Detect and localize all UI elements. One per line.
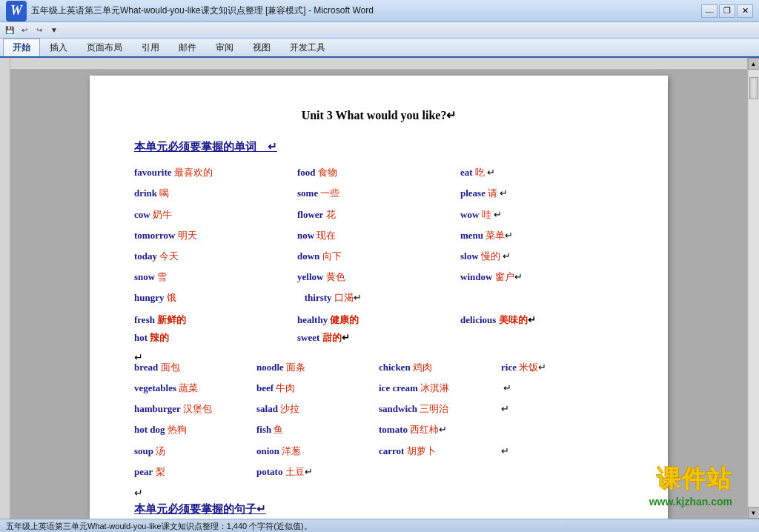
vocab-item: noodle 面条 <box>256 358 379 377</box>
en-word: soup <box>134 445 153 456</box>
en-word: fish <box>256 424 271 435</box>
save-quick-btn[interactable]: 💾 <box>3 24 16 37</box>
more-quick-btn[interactable]: ▼ <box>47 24 61 37</box>
vocab-item: flower 花 <box>297 205 460 225</box>
en-word: healthy <box>297 314 328 325</box>
tab-insert[interactable]: 插入 <box>40 39 77 56</box>
undo-quick-btn[interactable]: ↩ <box>18 24 31 37</box>
zh-word: 慢的 <box>481 250 500 262</box>
vocab-item: tomato 西红柿↵ <box>379 420 501 439</box>
tab-pagelayout[interactable]: 页面布局 <box>77 39 132 56</box>
vocab-item: fish 鱼 <box>256 420 379 439</box>
paragraph-break-2: ↵ <box>134 485 623 493</box>
zh-word: 窗户 <box>495 271 514 282</box>
zh-word: 三明治 <box>420 403 448 414</box>
zh-word: 胡萝卜 <box>407 445 436 456</box>
en-word: down <box>297 250 319 262</box>
en-word: ice cream <box>379 382 418 393</box>
vertical-scrollbar[interactable]: ▲ ▼ <box>747 58 759 519</box>
vocab-item: ice cream 冰淇淋 <box>379 379 501 398</box>
vocab-item: snow 雪 <box>134 267 297 287</box>
zh-word: 甜的 <box>322 332 342 343</box>
en-word: hot dog <box>134 424 165 435</box>
tab-start[interactable]: 开始 <box>3 39 40 56</box>
en-word: hamburger <box>134 403 181 414</box>
title-bar: W 五年级上英语第三单元What-would-you-like课文知识点整理 [… <box>0 0 759 22</box>
zh-word: 花 <box>326 209 336 220</box>
main-area: Unit 3 What would you like?↵ 本单元必须要掌握的单词… <box>0 58 759 519</box>
doc-title: Unit 3 What would you like?↵ <box>134 105 623 125</box>
en-word: flower <box>297 209 323 220</box>
en-word: drink <box>134 187 157 199</box>
tab-mailings[interactable]: 邮件 <box>169 39 206 56</box>
window-controls: — ❐ ✕ <box>701 4 753 18</box>
zh-word: 向下 <box>322 250 342 262</box>
app-logo: W <box>6 1 27 21</box>
vocab-item: thirsty 口渴↵ <box>297 288 460 307</box>
vocab-item: wow 哇 ↵ <box>460 205 623 225</box>
en-word: today <box>134 250 157 262</box>
title-bar-left: W 五年级上英语第三单元What-would-you-like课文知识点整理 [… <box>6 1 374 21</box>
zh-word: 鸡肉 <box>413 362 432 373</box>
en-word: hot <box>134 332 148 343</box>
redo-quick-btn[interactable]: ↪ <box>33 24 46 37</box>
en-word: noodle <box>256 362 284 373</box>
sentences-heading-text: 本单元必须要掌握的句子 <box>134 502 256 515</box>
tab-view[interactable]: 视图 <box>243 39 280 56</box>
left-ruler <box>0 58 10 519</box>
zh-word: 哇 <box>482 209 491 220</box>
food-grid-4col: bread 面包 noodle 面条 chicken 鸡肉 rice 米饭↵ v… <box>134 358 623 482</box>
zh-word: 黄色 <box>326 271 345 282</box>
vocab-grid: favourite 最喜欢的 food 食物 eat 吃 ↵ drink 喝 s… <box>134 163 623 307</box>
zh-word: 明天 <box>178 230 197 241</box>
en-word: salad <box>256 403 278 414</box>
restore-button[interactable]: ❐ <box>719 4 735 18</box>
en-word: favourite <box>134 167 172 178</box>
tab-references[interactable]: 引用 <box>132 39 169 56</box>
tab-developer[interactable]: 开发工具 <box>280 39 335 56</box>
minimize-button[interactable]: — <box>701 4 717 18</box>
zh-word: 西红柿 <box>410 424 439 435</box>
zh-word: 鱼 <box>274 424 283 435</box>
vocab-item: down 向下 <box>297 247 460 266</box>
zh-word: 奶牛 <box>153 209 172 220</box>
quick-access-toolbar: 💾 ↩ ↪ ▼ <box>0 22 759 39</box>
scroll-up-button[interactable]: ▲ <box>748 58 760 70</box>
vocab-item: beef 牛肉 <box>256 379 379 398</box>
zh-word: 土豆 <box>285 466 305 477</box>
vocab-item: salad 沙拉 <box>256 399 379 419</box>
bold-vocab-item: hot 辣的 <box>134 330 297 346</box>
close-button[interactable]: ✕ <box>737 4 753 18</box>
zh-word: 新鲜的 <box>157 314 186 325</box>
scroll-track[interactable] <box>749 70 759 507</box>
scroll-down-button[interactable]: ▼ <box>748 507 760 519</box>
tab-review[interactable]: 审阅 <box>206 39 243 56</box>
vocab-item: tomorrow 明天 <box>134 226 297 245</box>
vocab-item: vegetables 蔬菜 <box>134 379 256 398</box>
en-word: chicken <box>379 362 411 373</box>
scroll-thumb[interactable] <box>749 77 758 99</box>
en-word: onion <box>256 445 279 456</box>
vocab-item: cow 奶牛 <box>134 205 297 225</box>
window-title: 五年级上英语第三单元What-would-you-like课文知识点整理 [兼容… <box>31 4 374 17</box>
zh-word: 请 <box>488 187 497 199</box>
ribbon-tabs: 开始 插入 页面布局 引用 邮件 审阅 视图 开发工具 <box>0 39 759 56</box>
en-word: vegetables <box>134 382 176 393</box>
vocab-item: chicken 鸡肉 <box>379 358 501 377</box>
vocab-item: please 请 ↵ <box>460 184 623 203</box>
zh-word: 洋葱 <box>282 445 301 456</box>
document-page: Unit 3 What would you like?↵ 本单元必须要掌握的单词… <box>90 76 668 519</box>
document-scroll-area[interactable]: Unit 3 What would you like?↵ 本单元必须要掌握的单词… <box>10 58 747 519</box>
bold-vocab-grid: fresh 新鲜的 healthy 健康的 delicious 美味的↵ hot… <box>134 312 623 346</box>
vocab-item: soup 汤 <box>134 442 256 461</box>
vocab-item: today 今天 <box>134 247 297 266</box>
zh-word: 面包 <box>161 362 180 373</box>
vocab-item: rice 米饭↵ <box>501 358 623 377</box>
en-word: thirsty <box>305 292 332 303</box>
en-word: carrot <box>379 445 404 456</box>
zh-word: 汉堡包 <box>183 403 212 414</box>
en-word: beef <box>256 382 274 393</box>
en-word: wow <box>460 209 479 220</box>
vocab-item: slow 慢的 ↵ <box>460 247 623 266</box>
bold-vocab-item: healthy 健康的 <box>297 312 460 328</box>
